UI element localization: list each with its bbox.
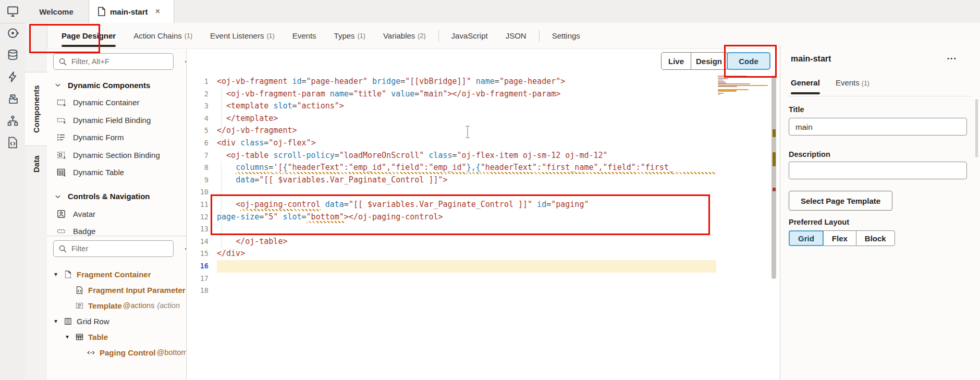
code-line-17[interactable]: 17 (187, 273, 716, 285)
lightning-icon[interactable] (0, 66, 25, 88)
code-line-11[interactable]: 11 <oj-paging-control data="[[ $variable… (187, 199, 716, 211)
line-number: 13 (187, 223, 217, 236)
code-lines[interactable]: 1<oj-vb-fragment id="page-header" bridge… (187, 76, 716, 297)
tab-action-chains[interactable]: Action Chains(1) (133, 23, 192, 49)
code-line-14[interactable]: 14 </oj-table> (187, 236, 716, 248)
tab-json[interactable]: JSON (506, 23, 526, 49)
code-mode-button[interactable]: Code (727, 52, 770, 70)
component-item-dynamic-field-binding[interactable]: Dynamic Field Binding (47, 112, 186, 129)
code-token: columns (236, 162, 268, 174)
tree-item-table[interactable]: ▾Table (47, 329, 186, 345)
code-token: "page-header" (307, 76, 368, 88)
code-line-13[interactable]: 13 (187, 223, 716, 236)
tab-variables[interactable]: Variables(2) (383, 23, 426, 49)
editor-scrollbar[interactable] (771, 76, 776, 279)
side-tab-components[interactable]: Components (25, 72, 47, 146)
minimap-line (718, 78, 728, 79)
inspector-scrollbar[interactable] (975, 99, 978, 157)
components-filter-input[interactable] (53, 53, 174, 70)
component-item-dynamic-container[interactable]: Dynamic Container (47, 94, 186, 112)
component-item-avatar[interactable]: Avatar (47, 205, 186, 223)
tab-page-designer[interactable]: Page Designer (62, 23, 116, 49)
section-header-controls-navigation[interactable]: Controls & Navigation (47, 188, 186, 205)
code-line-12[interactable]: 12page-size="5" slot="bottom"></oj-pagin… (187, 211, 716, 224)
source-file-icon[interactable] (0, 131, 25, 153)
code-line-5[interactable]: 5</oj-vb-fragment> (187, 125, 716, 137)
tree-item-label: Paging Control (100, 348, 156, 357)
code-token: "title" (353, 88, 386, 101)
chevron-down-icon (54, 193, 62, 200)
close-icon[interactable]: × (155, 6, 161, 17)
code-token: = (302, 76, 307, 88)
layout-option-block[interactable]: Block (856, 230, 895, 246)
code-token: "[[ $variables.Var_Paginate_Control ]]" (259, 174, 443, 187)
code-line-2[interactable]: 2 <oj-vb-fragment-param name="title" val… (187, 88, 716, 101)
code-line-content: <template slot="actions"> (217, 100, 716, 113)
tab-general[interactable]: General (791, 78, 820, 94)
section-header-dynamic-components[interactable]: Dynamic Components (47, 76, 186, 94)
tree-item-template[interactable]: Template@actions(action (47, 298, 186, 313)
tab-main-start[interactable]: main-start × (89, 0, 174, 23)
tab-javascript[interactable]: JavaScript (451, 23, 488, 49)
component-item-dynamic-table[interactable]: Dynamic Table (47, 164, 186, 181)
code-line-1[interactable]: 1<oj-vb-fragment id="page-header" bridge… (187, 76, 716, 88)
monitor-icon[interactable] (0, 0, 25, 22)
code-line-8[interactable]: 8 columns='[{"headerText":"emp_id","fiel… (187, 162, 716, 174)
tab-events[interactable]: Events(1) (836, 78, 869, 94)
caret-down-icon[interactable]: ▾ (54, 271, 64, 278)
description-field[interactable] (789, 162, 967, 179)
component-item-dynamic-section-binding[interactable]: Dynamic Section Binding (47, 146, 186, 164)
tree-item-fragment-container[interactable]: ▾Fragment Container (47, 266, 186, 282)
tree-item-grid-row[interactable]: ▾Grid Row (47, 313, 186, 329)
side-tab-data[interactable]: Data (25, 148, 47, 180)
hierarchy-icon[interactable] (0, 109, 25, 131)
layout-option-grid[interactable]: Grid (789, 230, 824, 246)
puzzle-icon[interactable] (0, 88, 25, 109)
hub-icon[interactable] (0, 22, 25, 44)
dynamic-section-binding-icon (56, 150, 66, 160)
code-line-18[interactable]: 18 (187, 285, 716, 297)
code-line-10[interactable]: 10 (187, 186, 716, 199)
code-line-3[interactable]: 3 <template slot="actions"> (187, 100, 716, 113)
code-line-16[interactable]: 16 (187, 260, 716, 273)
dynamic-form-icon (56, 132, 66, 142)
layout-option-flex[interactable]: Flex (823, 230, 856, 246)
code-line-9[interactable]: 9 data="[[ $variables.Var_Paginate_Contr… (187, 174, 716, 187)
tree-item-fragment-input-parameter[interactable]: Fragment Input Parameter (47, 282, 186, 298)
code-token: = (259, 211, 264, 224)
tab-welcome[interactable]: Welcome (24, 0, 89, 23)
caret-down-icon[interactable]: ▾ (66, 333, 75, 340)
code-line-4[interactable]: 4 </template> (187, 113, 716, 125)
grid-row-icon (64, 317, 72, 326)
live-mode-button[interactable]: Live (661, 52, 691, 70)
code-token: "main" (419, 88, 447, 101)
code-token: = (344, 199, 349, 211)
structure-filter-input[interactable] (53, 240, 174, 257)
tab-types[interactable]: Types(1) (334, 23, 365, 49)
tab-events[interactable]: Events (292, 23, 316, 49)
code-line-7[interactable]: 7 <oj-table scroll-policy="loadMoreOnScr… (187, 150, 716, 162)
code-line-15[interactable]: 15</div> (187, 248, 716, 260)
database-icon[interactable] (0, 44, 25, 66)
caret-down-icon[interactable]: ▾ (54, 317, 64, 325)
code-token: bridge (372, 76, 400, 88)
component-item-dynamic-form[interactable]: Dynamic Form (47, 129, 186, 146)
text-cursor-pointer (464, 125, 471, 141)
component-item-badge[interactable]: Badge (47, 223, 186, 236)
select-page-template-button[interactable]: Select Page Template (789, 191, 892, 211)
tab-settings[interactable]: Settings (552, 23, 580, 49)
title-field[interactable] (789, 118, 967, 136)
code-token: "bottom" (307, 211, 344, 224)
code-token: id (537, 199, 546, 211)
subtab-bar: Page DesignerAction Chains(1)Event Liste… (25, 23, 980, 49)
code-token: "oj-flex" (268, 137, 311, 150)
tab-event-listeners[interactable]: Event Listeners(1) (210, 23, 275, 49)
code-token: < (236, 199, 240, 211)
component-item-label: Avatar (73, 210, 95, 218)
inspector-overflow-menu-icon[interactable]: ••• (947, 55, 957, 62)
code-line-6[interactable]: 6<div class="oj-flex"> (187, 137, 716, 150)
tree-item-paging-control[interactable]: Paging Control@bottom (47, 345, 186, 360)
minimap[interactable] (718, 76, 769, 107)
design-mode-button[interactable]: Design (691, 52, 727, 70)
code-token (217, 88, 226, 101)
